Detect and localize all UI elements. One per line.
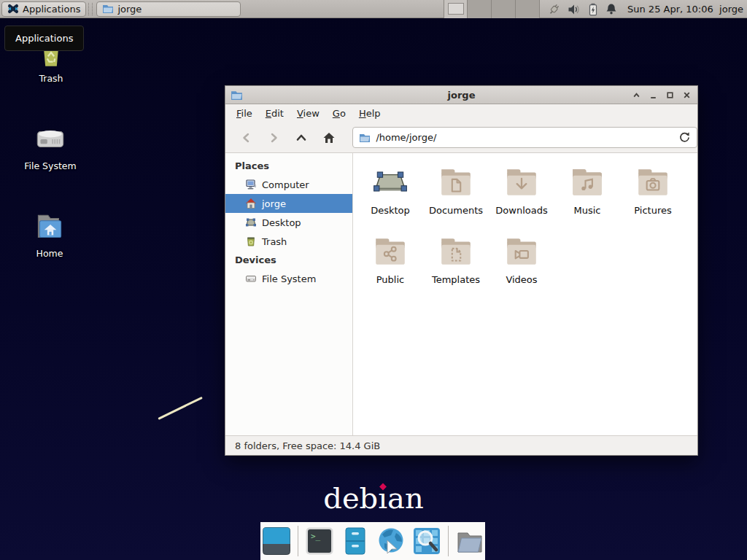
system-tray (547, 0, 617, 18)
applications-tooltip-text: Applications (15, 33, 73, 44)
sidebar-item-label: Trash (262, 236, 287, 247)
workspace-4[interactable] (516, 0, 540, 18)
back-icon[interactable] (234, 127, 259, 149)
forward-icon[interactable] (262, 127, 287, 149)
volume-icon[interactable] (568, 4, 581, 15)
applications-menu-button[interactable]: Applications (1, 1, 86, 17)
file-cabinet-icon[interactable] (341, 526, 370, 556)
menu-go[interactable]: Go (326, 106, 352, 121)
downloads-folder-icon (503, 162, 540, 200)
menu-edit[interactable]: Edit (259, 106, 290, 121)
up-icon[interactable] (289, 127, 314, 149)
home-icon (245, 198, 257, 209)
battery-icon[interactable] (587, 3, 599, 16)
file-grid: Desktop Documents (353, 153, 697, 435)
location-path-text[interactable]: /home/jorge/ (376, 132, 436, 143)
workspace-1[interactable] (444, 0, 468, 18)
menu-view[interactable]: View (290, 106, 326, 121)
sidebar-item-jorge[interactable]: jorge (225, 194, 352, 213)
sidebar-item-label: File System (262, 273, 316, 284)
file-item-templates[interactable]: Templates (423, 231, 489, 300)
file-item-label: Downloads (495, 205, 547, 216)
toolbar: /home/jorge/ (225, 122, 697, 153)
menu-help[interactable]: Help (352, 106, 387, 121)
file-item-label: Documents (429, 205, 483, 216)
task-folder-icon (102, 4, 114, 14)
location-bar[interactable]: /home/jorge/ (352, 127, 697, 148)
reload-icon[interactable] (678, 131, 691, 144)
svg-text:>_: >_ (311, 532, 321, 541)
file-item-pictures[interactable]: Pictures (620, 162, 686, 231)
file-item-downloads[interactable]: Downloads (489, 162, 554, 231)
file-item-documents[interactable]: Documents (423, 162, 489, 231)
minimize-icon[interactable] (648, 90, 658, 101)
taskbar-window-button[interactable]: jorge (96, 1, 241, 17)
folder-icon[interactable] (455, 526, 484, 556)
file-item-label: Public (376, 274, 404, 285)
workspace-3[interactable] (492, 0, 516, 18)
web-browser-icon[interactable] (376, 526, 406, 556)
panel-user-label[interactable]: jorge (719, 0, 743, 18)
desktop-icon-home[interactable]: Home (15, 209, 85, 259)
menubar: File Edit View Go Help (225, 104, 697, 122)
file-item-label: Desktop (371, 205, 410, 216)
top-panel: Applications jorge (0, 0, 747, 18)
hard-drive-icon (15, 121, 85, 158)
sidebar-item-file-system[interactable]: File System (225, 269, 352, 288)
file-item-label: Templates (432, 274, 480, 285)
xfce-x-logo-icon (7, 3, 19, 15)
home-icon[interactable] (317, 127, 341, 149)
workspace-pager (444, 0, 540, 18)
file-item-label: Pictures (634, 205, 671, 216)
desktop-icon-label: Home (15, 248, 85, 259)
show-desktop-icon[interactable] (262, 526, 291, 556)
workspace-2[interactable] (468, 0, 492, 18)
trash-icon (245, 236, 257, 247)
sidebar-item-computer[interactable]: Computer (225, 175, 352, 194)
window-controls (631, 86, 692, 104)
dock-separator (448, 526, 449, 556)
sidebar-places-header: Places (225, 157, 352, 175)
dock: >_ (260, 522, 485, 560)
window-title: jorge (225, 90, 697, 101)
close-icon[interactable] (681, 90, 692, 101)
menu-file[interactable]: File (230, 106, 259, 121)
file-item-public[interactable]: Public (357, 231, 423, 300)
applications-tooltip: Applications (4, 26, 84, 51)
computer-icon (245, 179, 257, 190)
desktop-icon-file-system[interactable]: File System (15, 121, 85, 171)
music-folder-icon (569, 162, 605, 200)
workspace-window-preview (448, 3, 464, 15)
sidebar-devices-header: Devices (225, 251, 352, 269)
taskbar-window-label: jorge (117, 4, 142, 15)
applications-menu-label: Applications (23, 4, 80, 15)
file-item-music[interactable]: Music (554, 162, 620, 231)
app-finder-icon[interactable] (412, 526, 441, 556)
desktop-icon-label: Trash (16, 73, 86, 84)
templates-folder-icon (438, 231, 474, 269)
file-item-desktop[interactable]: Desktop (357, 162, 423, 231)
path-folder-icon (359, 133, 371, 143)
file-item-videos[interactable]: Videos (489, 231, 554, 300)
panel-clock[interactable]: Sun 25 Apr, 10:06 (627, 0, 713, 18)
debian-logo-text: deb (323, 481, 378, 515)
notification-bell-icon[interactable] (605, 3, 617, 15)
dock-separator (298, 526, 298, 556)
terminal-icon[interactable]: >_ (305, 526, 334, 556)
window-titlebar[interactable]: jorge (225, 86, 697, 104)
panel-grip-handle[interactable] (88, 3, 93, 15)
file-item-label: Videos (506, 274, 537, 285)
sidebar-item-desktop[interactable]: Desktop (225, 213, 352, 232)
maximize-icon[interactable] (665, 90, 675, 101)
sidebar-item-trash[interactable]: Trash (225, 232, 352, 251)
sidebar-item-label: Computer (262, 179, 309, 190)
power-plug-icon[interactable] (547, 3, 561, 16)
window-body: Places Computer (225, 153, 697, 435)
debian-logo-text: an (387, 481, 424, 515)
shade-icon[interactable] (631, 90, 641, 101)
debian-logo-i: ı (378, 481, 387, 515)
home-folder-icon (15, 209, 85, 245)
pictures-folder-icon (635, 162, 671, 200)
file-manager-window: jorge File Edit View Go Help (225, 85, 698, 456)
sidebar-item-label: Desktop (262, 217, 301, 228)
